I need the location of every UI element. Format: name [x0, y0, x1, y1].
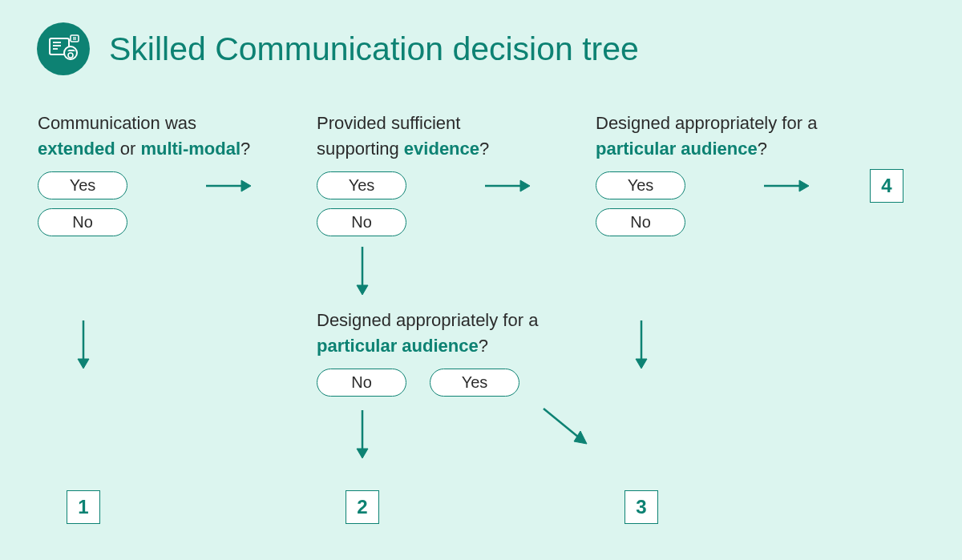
- outcome-4: 4: [870, 169, 903, 203]
- arrow-down-icon: [353, 409, 372, 460]
- arrow-right-icon: [483, 176, 532, 195]
- outcome-3: 3: [624, 490, 658, 524]
- question-audience-mid: Designed appropriately for a particular …: [317, 308, 557, 359]
- header: Skilled Communication decision tree: [0, 0, 962, 75]
- svg-marker-22: [357, 449, 368, 458]
- q4-yes-button[interactable]: Yes: [430, 369, 519, 397]
- svg-marker-18: [78, 359, 89, 369]
- page-title: Skilled Communication decision tree: [109, 30, 639, 68]
- svg-marker-14: [357, 285, 368, 295]
- svg-rect-6: [71, 35, 79, 42]
- outcome-2: 2: [346, 490, 379, 524]
- q2-no-button[interactable]: No: [317, 208, 406, 236]
- arrow-right-icon: [762, 176, 810, 195]
- arrow-diagonal-icon: [539, 404, 595, 452]
- outcome-1: 1: [67, 490, 100, 524]
- svg-marker-20: [636, 359, 647, 369]
- arrow-right-icon: [204, 176, 253, 195]
- svg-marker-16: [799, 180, 809, 191]
- svg-line-23: [544, 409, 579, 437]
- arrow-down-icon: [74, 319, 93, 370]
- q1-yes-button[interactable]: Yes: [38, 171, 127, 199]
- question-extended: Communication was extended or multi-moda…: [38, 111, 278, 162]
- q3-yes-button[interactable]: Yes: [596, 171, 685, 199]
- presentation-icon: [46, 32, 80, 66]
- q2-yes-button[interactable]: Yes: [317, 171, 406, 199]
- communication-icon: [37, 22, 90, 75]
- question-audience-top: Designed appropriately for a particular …: [596, 111, 836, 162]
- q3-no-button[interactable]: No: [596, 208, 685, 236]
- svg-marker-10: [241, 180, 251, 191]
- arrow-down-icon: [632, 319, 651, 370]
- svg-marker-12: [520, 180, 530, 191]
- question-evidence: Provided sufficient supporting evidence?: [317, 111, 541, 162]
- q4-no-button[interactable]: No: [317, 369, 406, 397]
- q1-no-button[interactable]: No: [38, 208, 127, 236]
- svg-marker-24: [574, 431, 587, 444]
- arrow-down-icon: [353, 245, 372, 296]
